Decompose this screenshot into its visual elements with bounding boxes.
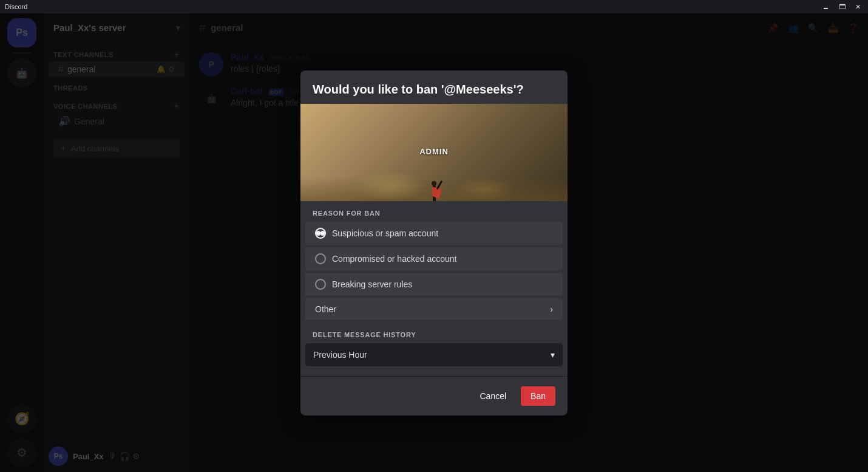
dropdown-value: Previous Hour (313, 350, 367, 360)
minimize-button[interactable]: 🗕 (820, 3, 832, 11)
close-button[interactable]: ✕ (853, 3, 863, 11)
ban-modal: Would you like to ban '@Meeseeks'? ADMIN (300, 70, 568, 416)
radio-hacked[interactable]: Compromised or hacked account (305, 247, 563, 270)
radio-label-hacked: Compromised or hacked account (332, 254, 456, 264)
cancel-button[interactable]: Cancel (470, 386, 516, 406)
modal-image: ADMIN (300, 104, 568, 201)
maximize-button[interactable]: 🗖 (836, 3, 848, 11)
modal-footer: Cancel Ban (300, 376, 568, 416)
radio-rules[interactable]: Breaking server rules (305, 273, 563, 296)
radio-label-rules: Breaking server rules (332, 279, 412, 289)
radio-spam[interactable]: Suspicious or spam account (305, 222, 563, 245)
other-label: Other (315, 304, 336, 314)
app-title: Discord (5, 3, 27, 10)
dropdown-arrow-icon: ▾ (551, 350, 555, 360)
chevron-right-icon: › (550, 304, 553, 314)
title-bar: Discord 🗕 🗖 ✕ (0, 0, 868, 13)
admin-label: ADMIN (419, 147, 449, 156)
radio-btn-rules (315, 279, 326, 290)
message-history-dropdown[interactable]: Previous Hour ▾ (305, 343, 563, 366)
radio-label-spam: Suspicious or spam account (332, 228, 438, 238)
delete-section-label: DELETE MESSAGE HISTORY (300, 323, 568, 343)
reason-section-label: REASON FOR BAN (300, 201, 568, 222)
radio-btn-hacked (315, 253, 326, 264)
window-controls: 🗕 🗖 ✕ (820, 3, 863, 11)
radio-btn-spam (315, 228, 326, 239)
modal-title: Would you like to ban '@Meeseeks'? (300, 70, 568, 104)
ban-button[interactable]: Ban (521, 386, 555, 406)
other-option[interactable]: Other › (305, 298, 563, 320)
modal-overlay[interactable]: Would you like to ban '@Meeseeks'? ADMIN (0, 13, 868, 472)
